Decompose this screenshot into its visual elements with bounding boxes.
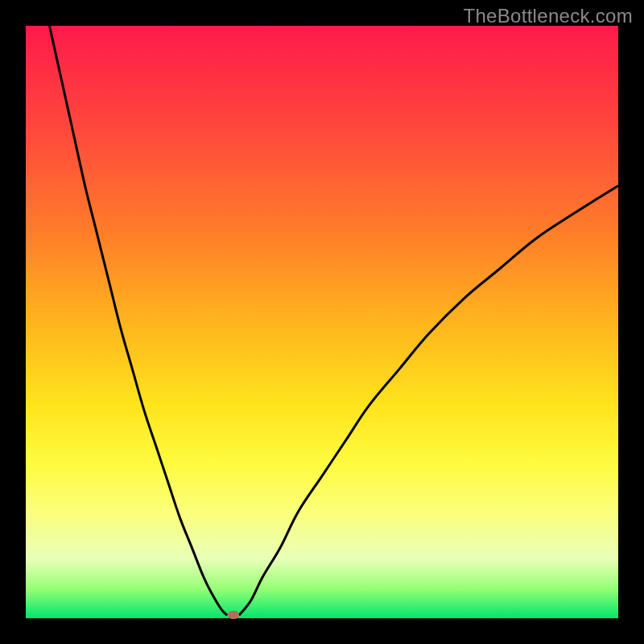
- watermark-text: TheBottleneck.com: [463, 5, 633, 27]
- chart-frame: TheBottleneck.com: [0, 0, 644, 644]
- marker-dot: [228, 611, 239, 619]
- curve-right: [239, 186, 618, 616]
- curve-svg: [26, 26, 618, 618]
- curve-left: [49, 26, 227, 615]
- plot-area: [26, 26, 618, 618]
